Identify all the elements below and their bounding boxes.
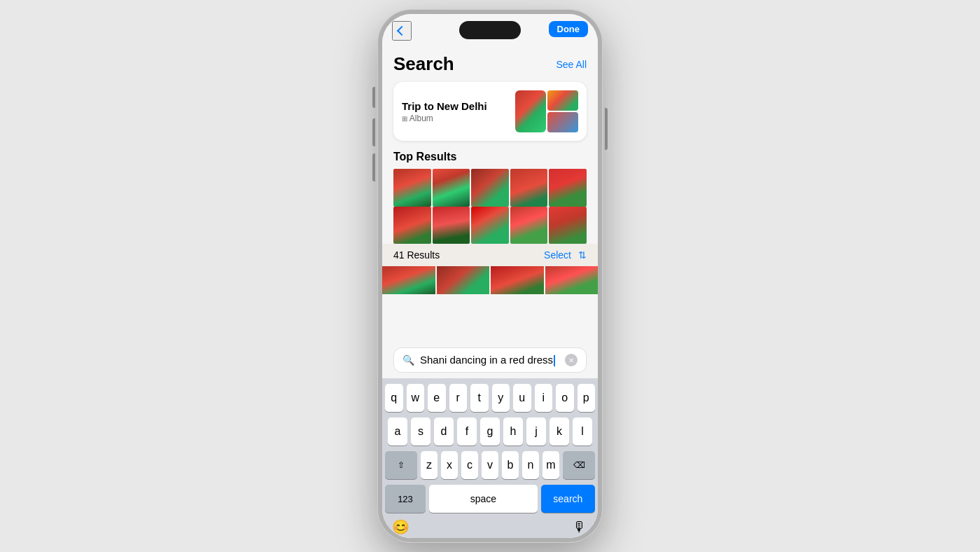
emoji-key[interactable]: 😊 <box>388 518 413 535</box>
photo-cell[interactable] <box>393 169 431 207</box>
photo-cell[interactable] <box>471 169 509 207</box>
photo-cell[interactable] <box>510 169 548 207</box>
preview-strip <box>382 266 598 294</box>
album-thumbnails <box>515 90 578 132</box>
album-thumb-main <box>515 90 546 132</box>
key-p[interactable]: p <box>578 384 596 412</box>
page-title: Search <box>393 53 454 75</box>
key-m[interactable]: m <box>542 451 559 479</box>
key-e[interactable]: e <box>428 384 446 412</box>
key-f[interactable]: f <box>457 418 477 446</box>
select-button[interactable]: Select <box>544 249 571 261</box>
keyboard: q w e r t y u i o p a s d f g h j k <box>382 378 598 541</box>
key-h[interactable]: h <box>503 418 523 446</box>
key-b[interactable]: b <box>502 451 519 479</box>
photo-cell[interactable] <box>393 207 431 244</box>
keyboard-row-3: ⇧ z x c v b n m ⌫ <box>385 451 595 479</box>
key-o[interactable]: o <box>556 384 574 412</box>
key-d[interactable]: d <box>434 418 454 446</box>
key-v[interactable]: v <box>482 451 498 479</box>
shift-key[interactable]: ⇧ <box>385 451 417 479</box>
key-r[interactable]: r <box>449 384 468 412</box>
preview-cell <box>437 266 490 294</box>
photo-cell[interactable] <box>510 207 548 244</box>
volume-up-button <box>372 118 375 146</box>
back-chevron-icon <box>397 26 407 36</box>
key-y[interactable]: y <box>492 384 510 412</box>
results-actions: Select ⇅ <box>544 249 587 261</box>
key-a[interactable]: a <box>388 418 407 446</box>
keyboard-bottom-row: 😊 🎙 <box>385 518 595 535</box>
mute-button <box>372 87 375 108</box>
numbers-key[interactable]: 123 <box>385 485 426 513</box>
preview-cell <box>491 266 544 294</box>
album-thumb-2 <box>547 112 578 132</box>
key-u[interactable]: u <box>513 384 531 412</box>
search-area: 🔍 Shani dancing in a red dress ✕ <box>382 342 598 378</box>
sort-icon[interactable]: ⇅ <box>578 249 587 261</box>
album-info: Trip to New Delhi Album <box>402 100 487 123</box>
results-bar: 41 Results Select ⇅ <box>382 244 598 266</box>
key-i[interactable]: i <box>535 384 553 412</box>
key-q[interactable]: q <box>385 384 403 412</box>
back-button[interactable] <box>392 21 412 41</box>
delete-key[interactable]: ⌫ <box>563 451 595 479</box>
photo-cell[interactable] <box>549 169 587 207</box>
phone-screen: Done Search See All Trip to New Delhi Al… <box>378 10 602 542</box>
dynamic-island <box>459 21 521 39</box>
album-thumb-1 <box>547 90 578 111</box>
key-w[interactable]: w <box>407 384 425 412</box>
preview-cell <box>545 266 598 294</box>
content-area: Search See All Trip to New Delhi Album T… <box>382 48 598 342</box>
search-input-text: Shani dancing in a red dress <box>420 354 559 366</box>
keyboard-row-2: a s d f g h j k l <box>385 418 595 446</box>
volume-down-button <box>372 153 375 181</box>
photo-cell[interactable] <box>471 207 509 244</box>
key-j[interactable]: j <box>526 418 546 446</box>
key-z[interactable]: z <box>421 451 438 479</box>
clear-button[interactable]: ✕ <box>565 354 578 366</box>
search-key[interactable]: search <box>541 485 595 513</box>
keyboard-row-4: 123 space search <box>385 485 595 513</box>
results-count: 41 Results <box>393 249 440 261</box>
album-card[interactable]: Trip to New Delhi Album <box>393 82 587 141</box>
preview-cell <box>382 266 435 294</box>
space-key[interactable]: space <box>429 485 538 513</box>
key-t[interactable]: t <box>470 384 489 412</box>
done-button[interactable]: Done <box>549 21 589 37</box>
key-k[interactable]: k <box>550 418 569 446</box>
album-title: Trip to New Delhi <box>402 100 487 112</box>
search-field[interactable]: 🔍 Shani dancing in a red dress ✕ <box>393 347 587 373</box>
mic-key[interactable]: 🎙 <box>567 518 592 535</box>
key-s[interactable]: s <box>411 418 430 446</box>
album-subtitle: Album <box>402 113 487 123</box>
photo-cell[interactable] <box>549 207 587 244</box>
status-bar: Done <box>382 14 598 48</box>
photo-grid-row1 <box>393 169 587 207</box>
photo-cell[interactable] <box>433 207 470 244</box>
key-c[interactable]: c <box>461 451 478 479</box>
power-button <box>605 108 608 150</box>
cursor <box>554 355 555 366</box>
photo-grid-row2 <box>393 207 587 244</box>
phone-frame: Done Search See All Trip to New Delhi Al… <box>378 10 602 542</box>
key-g[interactable]: g <box>480 418 500 446</box>
keyboard-row-1: q w e r t y u i o p <box>385 384 595 412</box>
key-x[interactable]: x <box>441 451 458 479</box>
search-icon: 🔍 <box>402 354 414 366</box>
page-header: Search See All <box>393 48 587 82</box>
top-results-label: Top Results <box>393 151 587 163</box>
key-l[interactable]: l <box>573 418 592 446</box>
home-indicator-area <box>382 541 598 542</box>
see-all-button[interactable]: See All <box>556 59 587 70</box>
key-n[interactable]: n <box>522 451 539 479</box>
photo-cell[interactable] <box>433 169 470 207</box>
